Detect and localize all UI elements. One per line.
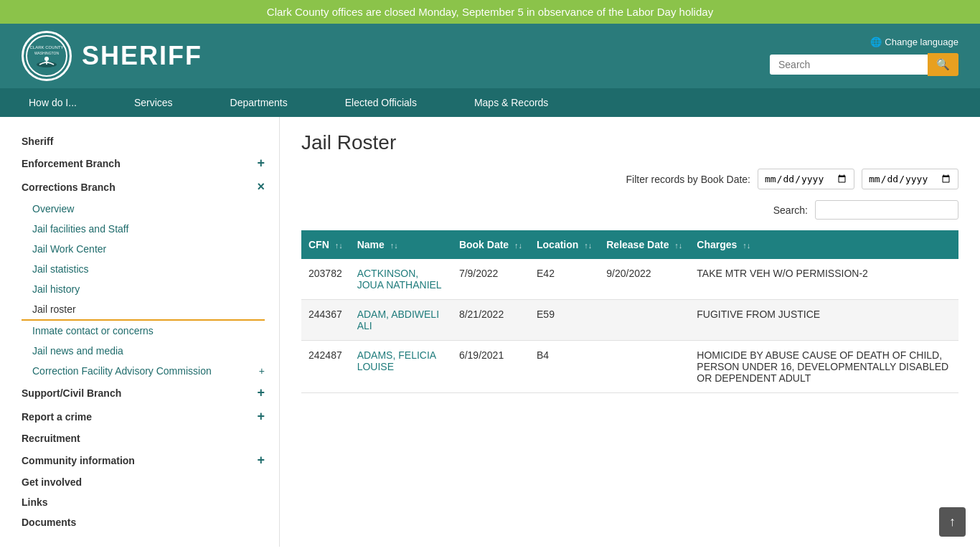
change-language-button[interactable]: 🌐 Change language xyxy=(870,37,958,47)
sidebar-label-links: Links xyxy=(22,496,48,508)
sidebar-sub-label-correction-advisory: Correction Facility Advisory Commission xyxy=(32,365,212,377)
header-search-button[interactable]: 🔍 xyxy=(928,53,958,76)
cell-charges: TAKE MTR VEH W/O PERMISSION-2 xyxy=(689,259,958,300)
expand-icon-advisory: + xyxy=(259,365,265,377)
sidebar-sub-jail-history[interactable]: Jail history xyxy=(22,279,265,299)
filter-date-to[interactable] xyxy=(862,169,958,189)
cell-cfn: 244367 xyxy=(301,300,350,341)
cell-charges: FUGITIVE FROM JUSTICE xyxy=(689,300,958,341)
col-cfn[interactable]: CFN ↑↓ xyxy=(301,230,350,259)
inmate-name-link[interactable]: ACTKINSON, JOUA NATHANIEL xyxy=(357,268,442,291)
sidebar-sub-jail-work-center[interactable]: Jail Work Center xyxy=(22,239,265,259)
sidebar-sub-label-jail-news: Jail news and media xyxy=(32,345,123,357)
sidebar-item-support-civil[interactable]: Support/Civil Branch + xyxy=(22,381,265,405)
filter-date-from[interactable] xyxy=(758,169,854,189)
sidebar-sub-inmate-contact[interactable]: Inmate contact or concerns xyxy=(22,321,265,341)
sidebar-item-documents[interactable]: Documents xyxy=(22,512,265,532)
search-label: Search: xyxy=(773,204,808,216)
sidebar-label-sheriff: Sheriff xyxy=(22,136,53,147)
jail-table: CFN ↑↓ Name ↑↓ Book Date ↑↓ Location ↑↓ xyxy=(301,230,958,393)
cell-cfn: 242487 xyxy=(301,341,350,393)
sort-arrows-name: ↑↓ xyxy=(390,241,398,250)
col-charges[interactable]: Charges ↑↓ xyxy=(689,230,958,259)
sidebar-sub-label-overview: Overview xyxy=(32,203,74,215)
table-row: 203782 ACTKINSON, JOUA NATHANIEL 7/9/202… xyxy=(301,259,958,300)
expand-icon-community: + xyxy=(257,453,265,468)
sidebar-sub-jail-roster[interactable]: Jail roster xyxy=(22,299,265,321)
sort-arrows-charges: ↑↓ xyxy=(743,241,750,250)
header-left: CLARK COUNTY WASHINGTON SHERIFF xyxy=(22,31,202,81)
inmate-name-link[interactable]: ADAM, ABDIWELI ALI xyxy=(357,309,439,331)
scroll-to-top-button[interactable]: ↑ xyxy=(939,507,966,537)
cell-location: B4 xyxy=(529,341,599,393)
sort-arrows-release-date: ↑↓ xyxy=(674,241,682,250)
sort-arrows-location: ↑↓ xyxy=(584,241,592,250)
col-release-date[interactable]: Release Date ↑↓ xyxy=(599,230,689,259)
sidebar-label-recruitment: Recruitment xyxy=(22,433,80,444)
cell-location: E59 xyxy=(529,300,599,341)
sidebar-sub-overview[interactable]: Overview xyxy=(22,199,265,219)
table-body: 203782 ACTKINSON, JOUA NATHANIEL 7/9/202… xyxy=(301,259,958,393)
table-search-input[interactable] xyxy=(815,200,958,220)
nav-item-maps-records[interactable]: Maps & Records xyxy=(446,88,577,117)
nav-item-how-do-i[interactable]: How do I... xyxy=(0,88,105,117)
sidebar-label-documents: Documents xyxy=(22,517,76,528)
sidebar-label-support-civil: Support/Civil Branch xyxy=(22,387,121,399)
cell-release-date xyxy=(599,341,689,393)
content-wrapper: Sheriff Enforcement Branch + Corrections… xyxy=(0,117,980,547)
scroll-to-top-icon: ↑ xyxy=(949,514,956,529)
col-location[interactable]: Location ↑↓ xyxy=(529,230,599,259)
main-nav: How do I... Services Departments Elected… xyxy=(0,88,980,117)
page-title: Jail Roster xyxy=(301,131,958,154)
globe-icon: 🌐 xyxy=(870,37,882,47)
filter-row: Filter records by Book Date: xyxy=(301,169,958,189)
change-language-label: Change language xyxy=(885,37,958,47)
sidebar-item-links[interactable]: Links xyxy=(22,492,265,512)
sheriff-title: SHERIFF xyxy=(82,41,202,71)
logo-circle: CLARK COUNTY WASHINGTON xyxy=(22,31,72,81)
cell-charges: HOMICIDE BY ABUSE CAUSE OF DEATH OF CHIL… xyxy=(689,341,958,393)
sidebar-sub-jail-statistics[interactable]: Jail statistics xyxy=(22,259,265,279)
inmate-name-link[interactable]: ADAMS, FELICIA LOUISE xyxy=(357,349,436,372)
sidebar-item-recruitment[interactable]: Recruitment xyxy=(22,428,265,448)
table-header: CFN ↑↓ Name ↑↓ Book Date ↑↓ Location ↑↓ xyxy=(301,230,958,259)
sidebar-sub-label-jail-facilities: Jail facilities and Staff xyxy=(32,223,128,235)
search-icon: 🔍 xyxy=(936,58,950,70)
sidebar-sub-label-jail-roster: Jail roster xyxy=(32,303,76,315)
sidebar: Sheriff Enforcement Branch + Corrections… xyxy=(0,117,280,547)
sidebar-item-report-crime[interactable]: Report a crime + xyxy=(22,405,265,428)
filter-label: Filter records by Book Date: xyxy=(626,174,750,185)
sidebar-item-sheriff[interactable]: Sheriff xyxy=(22,131,265,151)
cell-release-date xyxy=(599,300,689,341)
top-banner: Clark County offices are closed Monday, … xyxy=(0,0,980,24)
expand-icon-enforcement: + xyxy=(257,156,265,171)
sidebar-item-get-involved[interactable]: Get involved xyxy=(22,472,265,492)
sidebar-label-corrections-branch: Corrections Branch xyxy=(22,182,116,193)
sidebar-sub-label-inmate-contact: Inmate contact or concerns xyxy=(32,325,154,336)
table-row: 242487 ADAMS, FELICIA LOUISE 6/19/2021 B… xyxy=(301,341,958,393)
sidebar-sub-correction-advisory[interactable]: Correction Facility Advisory Commission … xyxy=(22,361,265,381)
cell-name[interactable]: ADAM, ABDIWELI ALI xyxy=(350,300,452,341)
col-book-date[interactable]: Book Date ↑↓ xyxy=(452,230,529,259)
sidebar-item-community-info[interactable]: Community information + xyxy=(22,448,265,472)
sidebar-sub-jail-facilities[interactable]: Jail facilities and Staff xyxy=(22,219,265,239)
header: CLARK COUNTY WASHINGTON SHERIFF 🌐 Change… xyxy=(0,24,980,88)
nav-item-elected-officials[interactable]: Elected Officials xyxy=(316,88,446,117)
cell-book-date: 7/9/2022 xyxy=(452,259,529,300)
nav-item-departments[interactable]: Departments xyxy=(202,88,316,117)
svg-text:CLARK COUNTY: CLARK COUNTY xyxy=(29,45,63,50)
cell-name[interactable]: ADAMS, FELICIA LOUISE xyxy=(350,341,452,393)
sidebar-item-enforcement-branch[interactable]: Enforcement Branch + xyxy=(22,151,265,175)
sidebar-sub-label-jail-history: Jail history xyxy=(32,283,80,295)
header-search-input[interactable] xyxy=(770,55,928,75)
sidebar-item-corrections-branch[interactable]: Corrections Branch × xyxy=(22,175,265,199)
nav-item-services[interactable]: Services xyxy=(105,88,202,117)
sidebar-sub-label-jail-work-center: Jail Work Center xyxy=(32,243,106,255)
expand-icon-support: + xyxy=(257,385,265,400)
cell-cfn: 203782 xyxy=(301,259,350,300)
sidebar-sub-jail-news[interactable]: Jail news and media xyxy=(22,341,265,361)
col-name[interactable]: Name ↑↓ xyxy=(350,230,452,259)
cell-name[interactable]: ACTKINSON, JOUA NATHANIEL xyxy=(350,259,452,300)
svg-point-4 xyxy=(44,57,49,61)
search-row: Search: xyxy=(301,200,958,220)
